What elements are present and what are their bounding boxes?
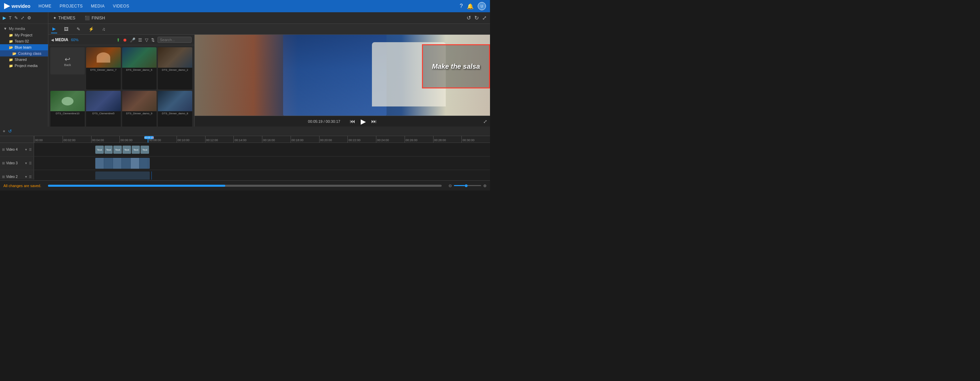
track-chevron-icon[interactable]: ▼ [24, 162, 27, 165]
user-avatar[interactable]: U [478, 2, 486, 10]
tab-finish[interactable]: ⬛ FINISH [80, 14, 110, 22]
tab-themes[interactable]: ✦ THEMES [48, 14, 80, 22]
tab-audio-icon[interactable]: ♫ [101, 25, 107, 33]
media-header: ◀ MEDIA 60% ⬆ ⏺ 🎤 ☰ ▽ ⇅ [48, 35, 194, 45]
back-arrow-icon: ↩ [65, 55, 70, 63]
video-2-clip[interactable] [95, 171, 150, 179]
back-button[interactable]: ↩ Back [50, 47, 85, 75]
logo-icon [4, 3, 10, 9]
app-logo[interactable]: wevideo [4, 3, 30, 9]
text-clips: Text Text Text Text Text Text [95, 146, 149, 154]
media-actions: ⬆ ⏺ 🎤 ☰ ▽ ⇅ [116, 37, 192, 43]
transition-icon[interactable]: ⤢ [21, 15, 24, 21]
skip-back-button[interactable]: ⏮ [350, 118, 355, 124]
tab-video-icon[interactable]: ▶ [51, 25, 57, 33]
themes-icon: ✦ [53, 16, 56, 21]
track-video-2-name: Video 2 [6, 175, 23, 179]
media-thumb-3[interactable]: DTS_Dinner_damo_2 [158, 47, 192, 89]
nav-media[interactable]: MEDIA [91, 4, 105, 8]
fullscreen-button[interactable]: ⤢ [482, 14, 487, 21]
track-menu-icon[interactable]: ☰ [29, 148, 32, 151]
add-track-button[interactable]: + [3, 129, 5, 134]
microphone-button[interactable]: 🎤 [130, 37, 135, 43]
timeline-area: + ↺ 00:00 00:02:00 00:04:00 00:05:19 ✕ 0… [0, 127, 490, 180]
tree-blue-team[interactable]: 📂 Blue team [0, 44, 48, 50]
text-clip-4[interactable]: Text [123, 146, 131, 154]
tree-my-media[interactable]: ▼ My media [0, 25, 48, 32]
record-button[interactable]: ⏺ [123, 37, 127, 43]
upload-button[interactable]: ⬆ [116, 37, 120, 43]
media-thumb-7[interactable]: DTS_Dinner_damo_8 [158, 91, 192, 131]
text-clip-3[interactable]: Text [113, 146, 122, 154]
timeline-toolbar: + ↺ [0, 127, 490, 136]
tree-team-02[interactable]: 📁 Team 02 [0, 38, 48, 44]
folder-icon: 📁 [9, 40, 13, 43]
zoom-thumb[interactable] [465, 184, 468, 187]
edit-icon[interactable]: ✎ [14, 15, 18, 21]
timeline-undo-button[interactable]: ↺ [8, 129, 12, 134]
tab-text-icon[interactable]: ✎ [75, 25, 82, 33]
track-video-2-content [34, 170, 490, 179]
media-thumb-1[interactable]: DTS_Dinner_damo_7 [86, 47, 121, 89]
track-video-icon: ⊞ [2, 161, 5, 165]
playhead-close-icon[interactable]: ✕ [152, 136, 154, 140]
zoom-slider[interactable] [454, 185, 481, 186]
nav-projects[interactable]: PROJECTS [60, 4, 83, 8]
text-clip-5[interactable]: Text [132, 146, 140, 154]
track-video-3-content [34, 157, 490, 170]
track-video-2: ⊞ Video 2 ▼ ☰ [0, 170, 490, 179]
folder-icon: 📁 [9, 64, 13, 68]
track-menu-icon[interactable]: ☰ [29, 175, 32, 179]
tab-effects-icon[interactable]: ⚡ [87, 25, 95, 33]
nav-home[interactable]: HOME [38, 4, 51, 8]
tab-finish-label: FINISH [92, 16, 105, 21]
media-thumb-6[interactable]: DTS_Dinner_damo_9 [122, 91, 156, 131]
tab-image-icon[interactable]: 🖼 [63, 25, 70, 33]
nav-videos[interactable]: VIDEOS [113, 4, 129, 8]
tree-my-project[interactable]: 📁 My Project [0, 32, 48, 38]
help-icon[interactable]: ? [460, 3, 463, 9]
sort-button[interactable]: ⇅ [151, 37, 155, 43]
track-video-3-header: ⊞ Video 3 ▼ ☰ [0, 157, 34, 170]
time-display: 00:05:19 / 00:30:17 [308, 119, 340, 124]
folder-icon: 📁 [9, 33, 13, 37]
media-thumb-4[interactable]: DTS_Clementine10 [50, 91, 85, 131]
list-view-button[interactable]: ☰ [138, 37, 142, 43]
track-chevron-icon[interactable]: ▼ [24, 148, 27, 151]
media-thumb-5[interactable]: DTS_Clementine5 [86, 91, 121, 131]
zoom-out-icon[interactable]: ⊖ [449, 183, 452, 188]
preview-overlay-text: Make the salsa [432, 63, 480, 70]
thumb-label-1: DTS_Dinner_damo_7 [86, 68, 121, 72]
filter-button[interactable]: ▽ [145, 37, 148, 43]
text-clip-1[interactable]: Text [95, 146, 104, 154]
play-button[interactable]: ▶ [361, 117, 366, 125]
media-search-input[interactable] [158, 37, 192, 43]
text-clip-6[interactable]: Text [140, 146, 149, 154]
tree-shared[interactable]: 📁 Shared [0, 57, 48, 63]
video-3-clip[interactable] [95, 158, 150, 169]
zoom-in-icon[interactable]: ⊕ [483, 183, 487, 188]
effects-icon[interactable]: ⚙ [27, 15, 31, 21]
thumb-label-2: DTS_Dinner_damo_6 [122, 68, 156, 72]
notifications-icon[interactable]: 🔔 [467, 3, 474, 10]
media-percent: 60% [71, 38, 79, 42]
track-chevron-icon[interactable]: ▼ [24, 175, 27, 179]
text-clip-2[interactable]: Text [105, 146, 113, 154]
media-icon[interactable]: ▶ [3, 15, 6, 21]
skip-forward-button[interactable]: ⏭ [371, 118, 377, 124]
media-title-text: MEDIA [55, 37, 68, 42]
undo-button[interactable]: ↺ [466, 14, 471, 21]
track-menu-icon[interactable]: ☰ [29, 162, 32, 165]
bottom-bar: All changes are saved. ⊖ ⊕ [0, 180, 490, 190]
redo-button[interactable]: ↻ [474, 14, 479, 21]
text-icon[interactable]: T [9, 15, 11, 21]
timeline-tracks: ⊞ Video 4 ▼ ☰ Text Text Text Text Text T… [0, 143, 490, 179]
track-video-4-header: ⊞ Video 4 ▼ ☰ [0, 143, 34, 156]
back-arrow-icon[interactable]: ◀ [51, 38, 54, 42]
media-thumb-2[interactable]: DTS_Dinner_damo_6 [122, 47, 156, 89]
save-status: All changes are saved. [3, 184, 41, 188]
tree-cooking-class[interactable]: 📂 Cooking class [0, 50, 48, 57]
preview-fullscreen-button[interactable]: ⤢ [483, 119, 487, 124]
tree-project-media[interactable]: 📁 Project media [0, 63, 48, 69]
main-toolbar: ☰ 🎬 MY VIDEO ✦ THEMES ⬛ FINISH ↺ ↻ ⤢ [0, 12, 490, 24]
